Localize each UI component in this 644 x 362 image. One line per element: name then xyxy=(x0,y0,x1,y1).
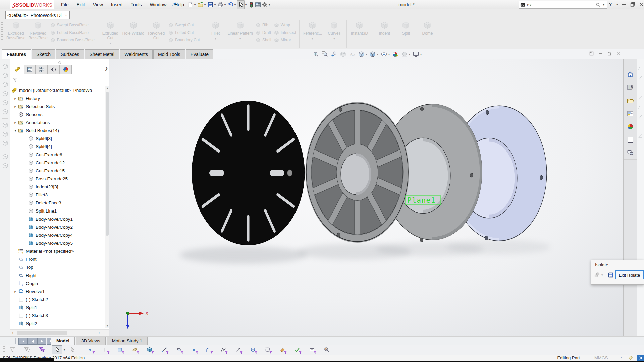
menu-window[interactable]: Window xyxy=(146,0,170,9)
menu-tools[interactable]: Tools xyxy=(127,0,146,9)
design-library-icon[interactable] xyxy=(624,81,637,94)
tab-surfaces[interactable]: Surfaces xyxy=(56,49,84,59)
search-dropdown-icon[interactable]: ▾ xyxy=(603,3,604,6)
snap-solid-button[interactable] xyxy=(145,346,155,354)
tree-item-selection-sets[interactable]: ▸Selection Sets xyxy=(10,102,105,110)
tree-item-split1[interactable]: Split1 xyxy=(10,303,105,311)
snap-rotate-button[interactable] xyxy=(248,346,258,354)
fillet-button[interactable]: Fillet▾ xyxy=(205,20,226,41)
referenc--button[interactable]: Referenc...▾ xyxy=(301,20,324,41)
scroll-left-icon[interactable]: ‹ xyxy=(12,330,13,335)
tree-item-body-move-copy5[interactable]: Body-Move/Copy5 xyxy=(10,239,105,247)
collapsed-tool-8-icon[interactable] xyxy=(638,133,643,139)
snap-fillet-button[interactable] xyxy=(204,346,214,354)
scrollbar-thumb[interactable] xyxy=(106,92,109,236)
ghost-cube-6-icon[interactable] xyxy=(2,109,8,115)
filter-off-button[interactable] xyxy=(7,346,17,354)
save-display-state-icon[interactable] xyxy=(608,272,614,278)
tree-item-body-move-copy1[interactable]: Body-Move/Copy1 xyxy=(10,215,105,223)
snap-plane-button[interactable] xyxy=(174,346,184,354)
tab-mold-tools[interactable]: Mold Tools xyxy=(153,49,185,59)
ghost-tool-2-icon[interactable] xyxy=(2,131,8,137)
next-frame-button[interactable] xyxy=(37,338,46,345)
tree-item-body-move-copy2[interactable]: Body-Move/Copy2 xyxy=(10,223,105,231)
minimize-button[interactable] xyxy=(621,2,627,7)
exit-isolate-button[interactable]: Exit Isolate xyxy=(615,270,644,279)
toolbar-grip[interactable] xyxy=(1,21,3,41)
select-disabled-button[interactable] xyxy=(67,346,77,354)
previous-view-icon[interactable] xyxy=(329,50,338,58)
first-frame-button[interactable] xyxy=(18,338,28,345)
menu-file[interactable]: File xyxy=(57,0,73,9)
scroll-down-icon[interactable]: ▼ xyxy=(105,324,110,327)
tab-3d-views[interactable]: 3D Views xyxy=(76,337,106,345)
expand-arrow-icon[interactable]: ▸ xyxy=(13,290,18,293)
instant3d-button[interactable]: Instant3D xyxy=(348,20,370,36)
options-button[interactable] xyxy=(261,1,268,9)
apply-scene-dropdown-icon[interactable]: ▾ xyxy=(409,53,410,56)
mirror-button[interactable]: Mirror xyxy=(274,36,296,44)
displaymanager-tab[interactable] xyxy=(60,65,72,74)
snap-dimension-button[interactable] xyxy=(307,346,317,354)
swept-boss-base-button[interactable]: Swept Boss/Base xyxy=(50,21,95,29)
curves-button[interactable]: Curves▾ xyxy=(323,20,345,41)
view-orientation-dropdown-icon[interactable]: ▾ xyxy=(366,53,367,56)
save-button[interactable] xyxy=(207,1,214,9)
scroll-up-icon[interactable]: ▲ xyxy=(105,87,110,90)
home-icon[interactable] xyxy=(624,68,637,81)
selection-filters-button[interactable] xyxy=(37,346,47,354)
tree-item-front[interactable]: Front xyxy=(10,255,105,263)
tree-item-origin[interactable]: Origin xyxy=(10,279,105,287)
extruded-cut-button[interactable]: ExtrudedCut▾ xyxy=(100,20,121,46)
revolved-boss-base-button[interactable]: RevolvedBoss/Base xyxy=(27,20,49,40)
select-dropdown-icon[interactable]: ▾ xyxy=(245,3,247,6)
tree-item-annotations[interactable]: ▸AAnnotations xyxy=(10,118,105,126)
custom-properties-icon[interactable] xyxy=(624,133,637,146)
print-button[interactable] xyxy=(217,1,224,9)
dropdown-icon[interactable]: ▾ xyxy=(215,37,216,41)
graphics-viewport[interactable]: Plane1 X xyxy=(109,59,623,336)
help-dropdown-icon[interactable]: ▾ xyxy=(616,3,618,6)
search-box[interactable]: ex ▾ xyxy=(519,1,607,9)
print-dropdown-icon[interactable]: ▾ xyxy=(224,3,226,6)
pane-minimize-icon[interactable] xyxy=(598,51,603,56)
isolate-transparency-icon[interactable] xyxy=(594,272,600,278)
restore-button[interactable] xyxy=(630,2,635,7)
indent-button[interactable]: Indent xyxy=(374,20,395,36)
lofted-boss-base-button[interactable]: Lofted Boss/Base xyxy=(50,29,95,36)
lofted-cut-button[interactable]: Lofted Cut xyxy=(168,29,200,36)
save-dropdown-icon[interactable]: ▾ xyxy=(214,3,216,6)
select-button[interactable]: ▾ xyxy=(52,345,62,354)
dynamic-annotation-views-icon[interactable]: A xyxy=(347,50,357,58)
intersect-button[interactable]: Intersect xyxy=(274,29,296,36)
tree-item-material-not-specified-[interactable]: Material <not specified> xyxy=(10,247,105,255)
help-button[interactable]: ? xyxy=(608,2,613,7)
hide-show-items-dropdown-icon[interactable]: ▾ xyxy=(388,53,390,56)
ghost-cube-2-icon[interactable] xyxy=(2,72,8,79)
snap-centerpoint-button[interactable] xyxy=(100,346,110,354)
view-settings-icon[interactable] xyxy=(411,50,420,58)
pane-pin-icon[interactable] xyxy=(589,51,594,56)
ghost-cube-1-icon[interactable] xyxy=(2,63,8,70)
snap-rectangle-button[interactable] xyxy=(115,346,125,354)
hide-show-items-icon[interactable] xyxy=(379,50,388,58)
snap-equation-button[interactable] xyxy=(292,346,302,354)
snap-axis-button[interactable] xyxy=(233,346,243,354)
view-settings-dropdown-icon[interactable]: ▾ xyxy=(420,53,422,56)
new-document-button[interactable] xyxy=(187,1,194,9)
view-palette-icon[interactable] xyxy=(624,107,637,120)
rib-button[interactable]: Rib xyxy=(256,21,271,29)
edit-appearance-icon[interactable] xyxy=(391,50,400,58)
zoom-to-fit-icon[interactable] xyxy=(311,50,320,58)
tree-item-deleteface3[interactable]: DeleteFace3 xyxy=(10,199,105,207)
search-commands-icon[interactable] xyxy=(520,2,525,7)
extruded-boss-base-button[interactable]: ExtrudedBoss/Base xyxy=(5,20,27,40)
snap-line-button[interactable] xyxy=(159,346,169,354)
dropdown-icon[interactable]: ▾ xyxy=(64,348,65,351)
tree-item--sketch2[interactable]: (-) Sketch2 xyxy=(10,295,105,303)
collapsed-tool-4-icon[interactable] xyxy=(638,95,643,100)
plane1-label[interactable]: Plane1 xyxy=(405,196,441,205)
tree-item-boss-extrude25[interactable]: Boss-Extrude25 xyxy=(10,175,105,183)
expand-arrow-icon[interactable]: ▸ xyxy=(13,105,18,108)
panel-expand-icon[interactable]: ❯ xyxy=(105,66,108,71)
